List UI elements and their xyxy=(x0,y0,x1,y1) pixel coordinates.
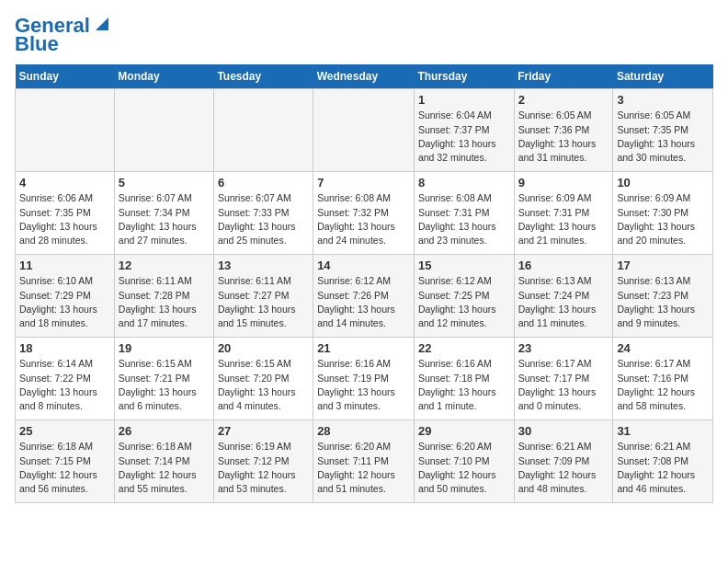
day-number: 1 xyxy=(418,93,510,107)
calendar-cell: 23Sunrise: 6:17 AM Sunset: 7:17 PM Dayli… xyxy=(514,338,613,420)
calendar-week-2: 4Sunrise: 6:06 AM Sunset: 7:35 PM Daylig… xyxy=(16,172,713,255)
day-number: 7 xyxy=(317,176,410,190)
calendar-cell: 24Sunrise: 6:17 AM Sunset: 7:16 PM Dayli… xyxy=(613,338,713,420)
calendar-cell: 31Sunrise: 6:21 AM Sunset: 7:08 PM Dayli… xyxy=(613,420,713,503)
calendar-cell: 27Sunrise: 6:19 AM Sunset: 7:12 PM Dayli… xyxy=(213,420,313,503)
calendar-cell: 18Sunrise: 6:14 AM Sunset: 7:22 PM Dayli… xyxy=(16,338,115,420)
weekday-header-sunday: Sunday xyxy=(16,64,115,89)
day-info: Sunrise: 6:18 AM Sunset: 7:14 PM Dayligh… xyxy=(119,440,210,496)
calendar-cell: 22Sunrise: 6:16 AM Sunset: 7:18 PM Dayli… xyxy=(414,338,514,420)
day-info: Sunrise: 6:09 AM Sunset: 7:31 PM Dayligh… xyxy=(518,191,609,247)
day-number: 15 xyxy=(418,259,510,272)
calendar-cell: 3Sunrise: 6:05 AM Sunset: 7:35 PM Daylig… xyxy=(613,89,713,172)
calendar-cell xyxy=(213,89,313,172)
calendar-week-1: 1Sunrise: 6:04 AM Sunset: 7:37 PM Daylig… xyxy=(16,89,713,172)
day-number: 2 xyxy=(518,93,609,107)
day-info: Sunrise: 6:05 AM Sunset: 7:35 PM Dayligh… xyxy=(617,109,709,165)
weekday-header-friday: Friday xyxy=(514,64,613,89)
day-info: Sunrise: 6:21 AM Sunset: 7:08 PM Dayligh… xyxy=(617,440,709,496)
weekday-header-thursday: Thursday xyxy=(414,64,514,89)
weekday-header-saturday: Saturday xyxy=(613,64,713,89)
day-info: Sunrise: 6:13 AM Sunset: 7:24 PM Dayligh… xyxy=(518,274,609,330)
calendar-cell: 15Sunrise: 6:12 AM Sunset: 7:25 PM Dayli… xyxy=(414,255,514,338)
calendar-week-3: 11Sunrise: 6:10 AM Sunset: 7:29 PM Dayli… xyxy=(16,255,713,338)
day-info: Sunrise: 6:17 AM Sunset: 7:16 PM Dayligh… xyxy=(617,357,709,413)
weekday-header-row: SundayMondayTuesdayWednesdayThursdayFrid… xyxy=(16,64,713,89)
calendar-week-5: 25Sunrise: 6:18 AM Sunset: 7:15 PM Dayli… xyxy=(16,420,713,503)
calendar-cell: 30Sunrise: 6:21 AM Sunset: 7:09 PM Dayli… xyxy=(514,420,613,503)
day-info: Sunrise: 6:09 AM Sunset: 7:30 PM Dayligh… xyxy=(617,191,709,247)
calendar-cell: 10Sunrise: 6:09 AM Sunset: 7:30 PM Dayli… xyxy=(613,172,713,255)
day-info: Sunrise: 6:16 AM Sunset: 7:18 PM Dayligh… xyxy=(418,357,510,413)
day-number: 5 xyxy=(119,176,210,190)
weekday-header-tuesday: Tuesday xyxy=(213,64,313,89)
calendar-cell: 8Sunrise: 6:08 AM Sunset: 7:31 PM Daylig… xyxy=(414,172,514,255)
day-info: Sunrise: 6:18 AM Sunset: 7:15 PM Dayligh… xyxy=(19,440,110,496)
day-number: 13 xyxy=(218,259,309,272)
day-number: 14 xyxy=(317,259,410,272)
day-number: 12 xyxy=(119,259,210,272)
calendar-cell: 29Sunrise: 6:20 AM Sunset: 7:10 PM Dayli… xyxy=(414,420,514,503)
calendar-cell: 11Sunrise: 6:10 AM Sunset: 7:29 PM Dayli… xyxy=(16,255,115,338)
day-number: 27 xyxy=(218,424,309,438)
day-number: 11 xyxy=(19,259,110,272)
day-info: Sunrise: 6:17 AM Sunset: 7:17 PM Dayligh… xyxy=(518,357,609,413)
calendar-table: SundayMondayTuesdayWednesdayThursdayFrid… xyxy=(15,64,713,503)
day-info: Sunrise: 6:20 AM Sunset: 7:10 PM Dayligh… xyxy=(418,440,510,496)
logo-icon xyxy=(92,14,112,34)
calendar-cell: 20Sunrise: 6:15 AM Sunset: 7:20 PM Dayli… xyxy=(213,338,313,420)
calendar-cell: 28Sunrise: 6:20 AM Sunset: 7:11 PM Dayli… xyxy=(313,420,415,503)
day-number: 22 xyxy=(418,341,510,355)
day-info: Sunrise: 6:08 AM Sunset: 7:32 PM Dayligh… xyxy=(317,191,410,247)
day-info: Sunrise: 6:05 AM Sunset: 7:36 PM Dayligh… xyxy=(518,109,609,165)
day-info: Sunrise: 6:12 AM Sunset: 7:26 PM Dayligh… xyxy=(317,274,410,330)
day-info: Sunrise: 6:06 AM Sunset: 7:35 PM Dayligh… xyxy=(19,191,110,247)
svg-marker-0 xyxy=(96,17,108,30)
calendar-cell: 4Sunrise: 6:06 AM Sunset: 7:35 PM Daylig… xyxy=(16,172,115,255)
day-info: Sunrise: 6:12 AM Sunset: 7:25 PM Dayligh… xyxy=(418,274,510,330)
calendar-cell: 25Sunrise: 6:18 AM Sunset: 7:15 PM Dayli… xyxy=(16,420,115,503)
day-info: Sunrise: 6:04 AM Sunset: 7:37 PM Dayligh… xyxy=(418,109,510,165)
calendar-cell xyxy=(313,89,415,172)
day-number: 9 xyxy=(518,176,609,190)
calendar-cell: 5Sunrise: 6:07 AM Sunset: 7:34 PM Daylig… xyxy=(114,172,213,255)
day-info: Sunrise: 6:11 AM Sunset: 7:28 PM Dayligh… xyxy=(119,274,210,330)
day-number: 21 xyxy=(317,341,410,355)
day-number: 17 xyxy=(617,259,709,272)
calendar-cell: 14Sunrise: 6:12 AM Sunset: 7:26 PM Dayli… xyxy=(313,255,415,338)
calendar-cell: 1Sunrise: 6:04 AM Sunset: 7:37 PM Daylig… xyxy=(414,89,514,172)
day-number: 8 xyxy=(418,176,510,190)
calendar-cell: 7Sunrise: 6:08 AM Sunset: 7:32 PM Daylig… xyxy=(313,172,415,255)
calendar-week-4: 18Sunrise: 6:14 AM Sunset: 7:22 PM Dayli… xyxy=(16,338,713,420)
day-number: 3 xyxy=(617,93,709,107)
day-number: 20 xyxy=(218,341,309,355)
day-info: Sunrise: 6:20 AM Sunset: 7:11 PM Dayligh… xyxy=(317,440,410,496)
day-number: 19 xyxy=(119,341,210,355)
day-info: Sunrise: 6:15 AM Sunset: 7:21 PM Dayligh… xyxy=(119,357,210,413)
day-number: 28 xyxy=(317,424,410,438)
day-number: 23 xyxy=(518,341,609,355)
calendar-body: 1Sunrise: 6:04 AM Sunset: 7:37 PM Daylig… xyxy=(16,89,713,503)
weekday-header-wednesday: Wednesday xyxy=(313,64,415,89)
day-info: Sunrise: 6:10 AM Sunset: 7:29 PM Dayligh… xyxy=(19,274,110,330)
day-number: 30 xyxy=(518,424,609,438)
calendar-cell: 6Sunrise: 6:07 AM Sunset: 7:33 PM Daylig… xyxy=(213,172,313,255)
day-number: 6 xyxy=(218,176,309,190)
day-info: Sunrise: 6:14 AM Sunset: 7:22 PM Dayligh… xyxy=(19,357,110,413)
day-number: 4 xyxy=(19,176,110,190)
calendar-cell xyxy=(16,89,115,172)
day-number: 18 xyxy=(19,341,110,355)
day-info: Sunrise: 6:19 AM Sunset: 7:12 PM Dayligh… xyxy=(218,440,309,496)
day-number: 10 xyxy=(617,176,709,190)
day-number: 16 xyxy=(518,259,609,272)
calendar-cell: 19Sunrise: 6:15 AM Sunset: 7:21 PM Dayli… xyxy=(114,338,213,420)
weekday-header-monday: Monday xyxy=(114,64,213,89)
calendar-cell: 26Sunrise: 6:18 AM Sunset: 7:14 PM Dayli… xyxy=(114,420,213,503)
day-number: 26 xyxy=(119,424,210,438)
day-info: Sunrise: 6:13 AM Sunset: 7:23 PM Dayligh… xyxy=(617,274,709,330)
day-info: Sunrise: 6:15 AM Sunset: 7:20 PM Dayligh… xyxy=(218,357,309,413)
day-number: 24 xyxy=(617,341,709,355)
day-info: Sunrise: 6:21 AM Sunset: 7:09 PM Dayligh… xyxy=(518,440,609,496)
logo: General Blue xyxy=(15,15,112,55)
calendar-cell xyxy=(114,89,213,172)
